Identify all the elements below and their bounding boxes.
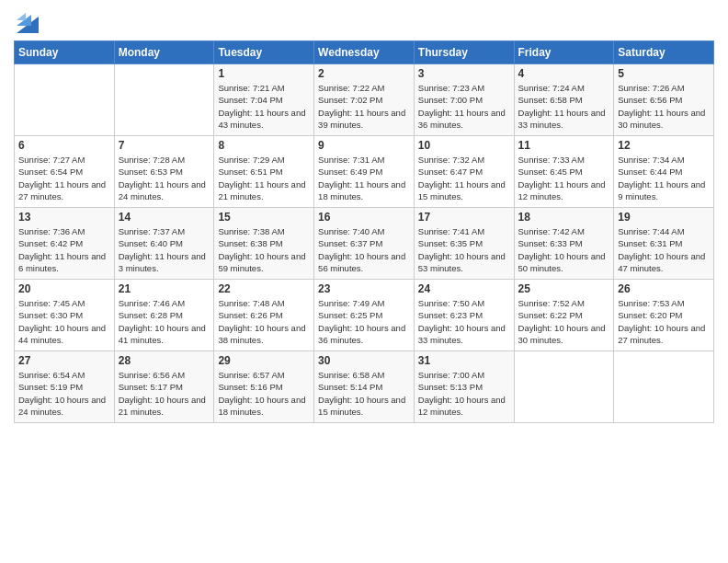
cell-info: Sunrise: 6:58 AM Sunset: 5:14 PM Dayligh… (318, 369, 410, 418)
calendar-week-3: 13Sunrise: 7:36 AM Sunset: 6:42 PM Dayli… (15, 208, 714, 280)
cell-info: Sunrise: 7:31 AM Sunset: 6:49 PM Dayligh… (318, 154, 410, 202)
day-number: 13 (18, 211, 110, 224)
day-number: 30 (318, 354, 410, 367)
cell-info: Sunrise: 7:32 AM Sunset: 6:47 PM Dayligh… (418, 154, 510, 202)
calendar-cell (15, 64, 115, 136)
header-friday: Friday (514, 41, 614, 64)
calendar-cell (514, 351, 614, 423)
day-number: 12 (618, 139, 710, 152)
cell-info: Sunrise: 7:46 AM Sunset: 6:28 PM Dayligh… (119, 297, 210, 346)
calendar-cell: 26Sunrise: 7:53 AM Sunset: 6:20 PM Dayli… (614, 280, 714, 351)
calendar-cell: 28Sunrise: 6:56 AM Sunset: 5:17 PM Dayli… (114, 351, 214, 423)
calendar-cell: 23Sunrise: 7:49 AM Sunset: 6:25 PM Dayli… (314, 280, 415, 351)
cell-info: Sunrise: 7:34 AM Sunset: 6:44 PM Dayligh… (618, 154, 710, 202)
calendar-cell: 8Sunrise: 7:29 AM Sunset: 6:51 PM Daylig… (214, 136, 314, 208)
day-number: 27 (18, 354, 110, 367)
calendar-cell: 3Sunrise: 7:23 AM Sunset: 7:00 PM Daylig… (414, 64, 514, 136)
cell-info: Sunrise: 7:36 AM Sunset: 6:42 PM Dayligh… (18, 225, 110, 274)
svg-marker-2 (17, 13, 26, 20)
day-number: 21 (119, 282, 210, 295)
calendar-cell: 7Sunrise: 7:28 AM Sunset: 6:53 PM Daylig… (114, 136, 214, 208)
header-wednesday: Wednesday (314, 41, 415, 64)
cell-info: Sunrise: 7:27 AM Sunset: 6:54 PM Dayligh… (18, 154, 110, 202)
day-number: 10 (418, 139, 510, 152)
day-number: 6 (18, 139, 110, 152)
calendar-cell: 25Sunrise: 7:52 AM Sunset: 6:22 PM Dayli… (514, 280, 614, 351)
calendar-cell: 11Sunrise: 7:33 AM Sunset: 6:45 PM Dayli… (514, 136, 614, 208)
day-number: 9 (318, 139, 410, 152)
cell-info: Sunrise: 6:54 AM Sunset: 5:19 PM Dayligh… (18, 369, 110, 418)
day-number: 20 (18, 282, 110, 295)
cell-info: Sunrise: 7:28 AM Sunset: 6:53 PM Dayligh… (119, 154, 210, 202)
day-number: 26 (618, 282, 710, 295)
cell-info: Sunrise: 7:23 AM Sunset: 7:00 PM Dayligh… (418, 82, 510, 131)
calendar-cell: 30Sunrise: 6:58 AM Sunset: 5:14 PM Dayli… (314, 351, 415, 423)
day-number: 25 (518, 282, 610, 295)
calendar-cell: 12Sunrise: 7:34 AM Sunset: 6:44 PM Dayli… (614, 136, 714, 208)
calendar-cell: 15Sunrise: 7:38 AM Sunset: 6:38 PM Dayli… (214, 208, 314, 280)
day-number: 24 (418, 282, 510, 295)
calendar-cell: 22Sunrise: 7:48 AM Sunset: 6:26 PM Dayli… (214, 280, 314, 351)
calendar-table: SundayMondayTuesdayWednesdayThursdayFrid… (14, 40, 714, 423)
cell-info: Sunrise: 7:53 AM Sunset: 6:20 PM Dayligh… (618, 297, 710, 346)
calendar-cell: 18Sunrise: 7:42 AM Sunset: 6:33 PM Dayli… (514, 208, 614, 280)
calendar-cell: 13Sunrise: 7:36 AM Sunset: 6:42 PM Dayli… (15, 208, 115, 280)
header-monday: Monday (114, 41, 214, 64)
header-saturday: Saturday (614, 41, 714, 64)
cell-info: Sunrise: 7:42 AM Sunset: 6:33 PM Dayligh… (518, 225, 610, 274)
calendar-cell: 1Sunrise: 7:21 AM Sunset: 7:04 PM Daylig… (214, 64, 314, 136)
header (14, 9, 714, 33)
day-number: 16 (318, 211, 410, 224)
day-number: 14 (119, 211, 210, 224)
calendar-cell: 10Sunrise: 7:32 AM Sunset: 6:47 PM Dayli… (414, 136, 514, 208)
header-thursday: Thursday (414, 41, 514, 64)
cell-info: Sunrise: 7:29 AM Sunset: 6:51 PM Dayligh… (218, 154, 310, 202)
cell-info: Sunrise: 7:24 AM Sunset: 6:58 PM Dayligh… (518, 82, 610, 131)
calendar-cell: 19Sunrise: 7:44 AM Sunset: 6:31 PM Dayli… (614, 208, 714, 280)
calendar-cell (614, 351, 714, 423)
header-sunday: Sunday (15, 41, 115, 64)
calendar-week-1: 1Sunrise: 7:21 AM Sunset: 7:04 PM Daylig… (15, 64, 714, 136)
day-number: 19 (618, 211, 710, 224)
cell-info: Sunrise: 7:44 AM Sunset: 6:31 PM Dayligh… (618, 225, 710, 274)
calendar-cell: 6Sunrise: 7:27 AM Sunset: 6:54 PM Daylig… (15, 136, 115, 208)
calendar-cell: 9Sunrise: 7:31 AM Sunset: 6:49 PM Daylig… (314, 136, 415, 208)
day-number: 23 (318, 282, 410, 295)
calendar-cell: 31Sunrise: 7:00 AM Sunset: 5:13 PM Dayli… (414, 351, 514, 423)
cell-info: Sunrise: 6:57 AM Sunset: 5:16 PM Dayligh… (218, 369, 310, 418)
day-number: 22 (218, 282, 310, 295)
calendar-header-row: SundayMondayTuesdayWednesdayThursdayFrid… (15, 41, 714, 64)
calendar-cell: 29Sunrise: 6:57 AM Sunset: 5:16 PM Dayli… (214, 351, 314, 423)
calendar-cell: 27Sunrise: 6:54 AM Sunset: 5:19 PM Dayli… (15, 351, 115, 423)
calendar-cell: 17Sunrise: 7:41 AM Sunset: 6:35 PM Dayli… (414, 208, 514, 280)
calendar-cell: 20Sunrise: 7:45 AM Sunset: 6:30 PM Dayli… (15, 280, 115, 351)
cell-info: Sunrise: 7:22 AM Sunset: 7:02 PM Dayligh… (318, 82, 410, 131)
header-tuesday: Tuesday (214, 41, 314, 64)
day-number: 28 (119, 354, 210, 367)
day-number: 8 (218, 139, 310, 152)
calendar-week-2: 6Sunrise: 7:27 AM Sunset: 6:54 PM Daylig… (15, 136, 714, 208)
calendar-week-5: 27Sunrise: 6:54 AM Sunset: 5:19 PM Dayli… (15, 351, 714, 423)
cell-info: Sunrise: 7:21 AM Sunset: 7:04 PM Dayligh… (218, 82, 310, 131)
day-number: 1 (218, 67, 310, 80)
cell-info: Sunrise: 7:40 AM Sunset: 6:37 PM Dayligh… (318, 225, 410, 274)
calendar-cell: 2Sunrise: 7:22 AM Sunset: 7:02 PM Daylig… (314, 64, 415, 136)
calendar-week-4: 20Sunrise: 7:45 AM Sunset: 6:30 PM Dayli… (15, 280, 714, 351)
day-number: 3 (418, 67, 510, 80)
cell-info: Sunrise: 7:33 AM Sunset: 6:45 PM Dayligh… (518, 154, 610, 202)
logo (14, 9, 39, 33)
calendar-cell: 24Sunrise: 7:50 AM Sunset: 6:23 PM Dayli… (414, 280, 514, 351)
day-number: 11 (518, 139, 610, 152)
cell-info: Sunrise: 7:41 AM Sunset: 6:35 PM Dayligh… (418, 225, 510, 274)
day-number: 2 (318, 67, 410, 80)
cell-info: Sunrise: 7:49 AM Sunset: 6:25 PM Dayligh… (318, 297, 410, 346)
day-number: 18 (518, 211, 610, 224)
logo-icon (17, 7, 39, 33)
day-number: 17 (418, 211, 510, 224)
day-number: 31 (418, 354, 510, 367)
calendar-cell (114, 64, 214, 136)
cell-info: Sunrise: 7:38 AM Sunset: 6:38 PM Dayligh… (218, 225, 310, 274)
day-number: 4 (518, 67, 610, 80)
day-number: 29 (218, 354, 310, 367)
calendar-cell: 4Sunrise: 7:24 AM Sunset: 6:58 PM Daylig… (514, 64, 614, 136)
